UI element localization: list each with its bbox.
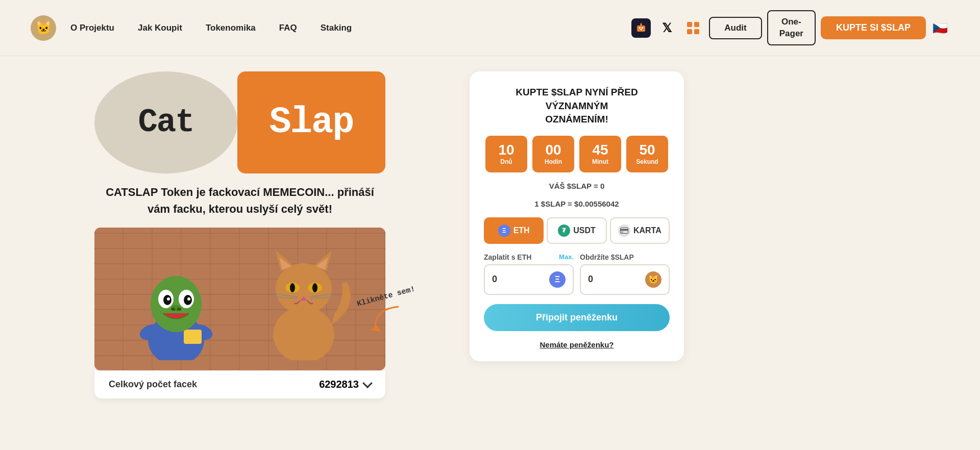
svg-point-20: [187, 297, 190, 301]
meme-image: [94, 228, 385, 370]
pay-label: Zaplatit s ETH: [484, 253, 531, 261]
receive-input-group: Obdržíte $SLAP 🐱: [580, 253, 670, 295]
countdown-hours: 00 Hodin: [532, 136, 574, 172]
click-arrow: [368, 304, 404, 335]
card-icon: [618, 224, 630, 237]
chevron-down-icon[interactable]: [362, 378, 373, 388]
svg-rect-9: [694, 29, 699, 34]
svg-point-14: [151, 276, 202, 332]
count-label: Celkový počet facek: [109, 379, 197, 390]
countdown-seconds: 50 Sekund: [626, 136, 668, 172]
tab-eth[interactable]: Ξ ETH: [484, 217, 544, 244]
svg-point-25: [276, 263, 332, 314]
audit-button[interactable]: Audit: [709, 17, 762, 39]
svg-rect-5: [641, 23, 642, 24]
tab-karta[interactable]: KARTA: [610, 217, 670, 244]
language-flag[interactable]: 🇨🇿: [931, 19, 949, 37]
svg-rect-7: [694, 22, 699, 27]
onepager-button[interactable]: One- Pager: [767, 10, 816, 45]
nav-staking[interactable]: Staking: [311, 19, 361, 37]
svg-point-33: [312, 283, 317, 292]
svg-point-32: [290, 283, 295, 292]
svg-point-19: [167, 297, 170, 301]
no-wallet-link[interactable]: Nemáte peněženku?: [484, 340, 670, 349]
pay-max[interactable]: Max.: [559, 253, 574, 261]
usdt-icon: ₮: [558, 224, 570, 237]
tab-usdt[interactable]: ₮ USDT: [547, 217, 606, 244]
nav-jak-koupit[interactable]: Jak Koupit: [129, 19, 191, 37]
svg-rect-13: [184, 330, 202, 344]
count-value: 6292813: [319, 379, 359, 390]
nav-faq[interactable]: FAQ: [270, 19, 306, 37]
countdown-row: 10 Dnů 00 Hodin 45 Minut 50 Sekund: [484, 136, 670, 172]
mascot-icon: [631, 18, 651, 38]
pepe-figure: [135, 258, 217, 360]
svg-marker-39: [371, 326, 381, 332]
twitter-icon[interactable]: 𝕏: [656, 17, 677, 39]
main-content: Cat Slap CATSLAP Token je fackovací MEME…: [0, 56, 980, 409]
countdown-days: 10 Dnů: [485, 136, 527, 172]
receive-input[interactable]: [588, 274, 645, 285]
pay-input[interactable]: [492, 274, 549, 285]
connect-wallet-button[interactable]: Připojit peněženku: [484, 304, 670, 331]
slap-token-icon: 🐱: [645, 271, 662, 288]
receive-label: Obdržíte $SLAP: [580, 253, 634, 261]
svg-point-22: [171, 308, 175, 311]
meme-wrapper: Klikněte sem!: [94, 228, 385, 370]
input-row: Zaplatit s ETH Max. Ξ Obdržíte $SLAP 🐱: [484, 253, 670, 295]
slap-badge: Slap: [237, 71, 385, 173]
site-logo[interactable]: 🐱: [31, 15, 56, 41]
count-bar: Celkový počet facek 6292813: [94, 370, 385, 398]
receive-label-row: Obdržíte $SLAP: [580, 253, 670, 261]
svg-rect-3: [640, 29, 642, 30]
svg-rect-2: [642, 27, 643, 29]
pay-field[interactable]: Ξ: [484, 264, 574, 295]
pay-input-group: Zaplatit s ETH Max. Ξ: [484, 253, 574, 295]
svg-rect-1: [639, 27, 641, 29]
cat-badge: Cat: [94, 71, 237, 173]
hero-logo-row: Cat Slap: [94, 71, 385, 173]
svg-rect-41: [620, 229, 628, 231]
click-annotation: Klikněte sem!: [356, 292, 416, 335]
cat-figure: [253, 248, 355, 360]
svg-rect-42: [621, 232, 623, 233]
hero-subtitle: CATSLAP Token je fackovací MEMECOIN... p…: [106, 184, 374, 217]
discord-icon[interactable]: [682, 17, 704, 39]
svg-point-23: [177, 308, 181, 311]
countdown-minutes: 45 Minut: [579, 136, 621, 172]
eth-input-icon: Ξ: [549, 271, 566, 288]
buy-widget: KUPTE $SLAP NYNÍ PŘED VÝZNAMNÝM OZNÁMENÍ…: [470, 71, 684, 361]
header: 🐱 O Projektu Jak Koupit Tokenomika FAQ S…: [0, 0, 980, 56]
buy-button[interactable]: KUPTE SI $SLAP: [821, 16, 926, 39]
svg-rect-8: [687, 29, 692, 34]
svg-rect-0: [637, 26, 645, 32]
nav-tokenomika[interactable]: Tokenomika: [197, 19, 265, 37]
currency-tabs: Ξ ETH ₮ USDT KARTA: [484, 217, 670, 244]
left-section: Cat Slap CATSLAP Token je fackovací MEME…: [31, 71, 449, 398]
receive-field[interactable]: 🐱: [580, 264, 670, 295]
eth-icon: Ξ: [498, 224, 510, 237]
slap-rate: 1 $SLAP = $0.00556042: [484, 199, 670, 208]
nav-o-projektu[interactable]: O Projektu: [61, 19, 124, 37]
widget-title: KUPTE $SLAP NYNÍ PŘED VÝZNAMNÝM OZNÁMENÍ…: [484, 86, 670, 127]
pay-label-row: Zaplatit s ETH Max.: [484, 253, 574, 261]
svg-point-24: [273, 307, 334, 360]
svg-rect-6: [687, 22, 692, 27]
count-value-group: 6292813: [319, 379, 371, 390]
slap-balance: VÁŠ $SLAP = 0: [484, 182, 670, 190]
